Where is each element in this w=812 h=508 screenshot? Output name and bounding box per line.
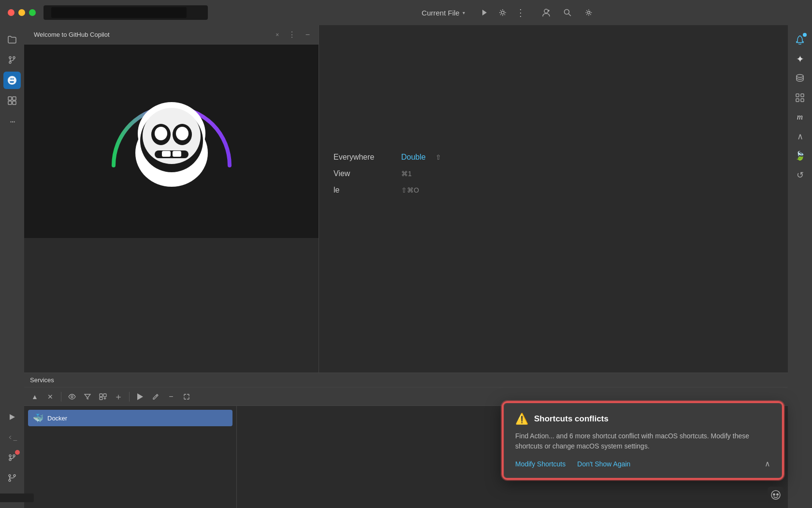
svg-point-33 (155, 127, 167, 140)
run-button[interactable] (478, 6, 491, 19)
copilot-status-icon[interactable] (768, 487, 784, 503)
traffic-lights (8, 9, 36, 16)
menu-item-everywhere: Everywhere Double ⇧ (334, 151, 773, 164)
minimize-button[interactable] (18, 9, 25, 16)
sidebar-item-more[interactable]: ··· (3, 112, 21, 130)
svg-point-22 (797, 75, 803, 77)
services-header: Services (24, 373, 788, 388)
panel-tab-copilot[interactable]: Welcome to GitHub Copilot (30, 25, 114, 44)
editor-panel: Everywhere Double ⇧ View ⌘1 le ⇧⌘O (319, 25, 788, 373)
copilot-welcome-panel: Welcome to GitHub Copilot × ⋮ − (24, 25, 319, 373)
services-close-btn[interactable]: ✕ (44, 390, 57, 403)
menu-item-keys-everywhere: ⇧ (435, 153, 441, 161)
project-name-redacted (51, 7, 187, 18)
notification-header: ⚠️ Shortcuts conflicts (515, 413, 770, 425)
extensions-icon[interactable] (791, 89, 809, 106)
close-button[interactable] (8, 9, 14, 16)
services-edit-btn[interactable] (149, 390, 162, 403)
notification-title: Shortcuts conflicts (534, 414, 609, 424)
svg-point-5 (564, 10, 569, 15)
services-expand-btn[interactable] (180, 390, 193, 403)
menu-item-keys-view: ⌘1 (401, 170, 412, 178)
sidebar-item-run-panel[interactable] (3, 408, 21, 426)
svg-point-9 (9, 61, 11, 63)
sidebar-item-source-control[interactable] (3, 51, 21, 69)
lambda-icon[interactable]: ∧ (791, 128, 809, 145)
panel-menu-button[interactable]: ⋮ (285, 29, 299, 40)
current-file-label: Current File (421, 9, 459, 17)
svg-rect-36 (162, 151, 171, 157)
svg-point-16 (9, 455, 11, 457)
sidebar-item-copilot[interactable] (3, 72, 21, 89)
more-options-button[interactable]: ⋮ (514, 6, 528, 19)
panel-close-button[interactable]: × (274, 31, 281, 39)
left-sidebar: ··· ﹤_ (0, 25, 24, 508)
services-title: Services (30, 376, 54, 384)
svg-point-10 (13, 57, 15, 59)
panel-minimize-button[interactable]: − (303, 30, 313, 40)
svg-rect-37 (173, 151, 181, 157)
modify-shortcuts-link[interactable]: Modify Shortcuts (515, 460, 566, 468)
leaf-icon[interactable]: 🍃 (791, 147, 809, 164)
services-list: 🐳 Docker (24, 406, 237, 508)
settings-icon[interactable] (582, 6, 595, 19)
svg-rect-35 (155, 150, 188, 158)
svg-point-46 (773, 493, 775, 496)
notifications-icon[interactable] (791, 31, 809, 48)
project-name (44, 5, 208, 20)
panel-header: Welcome to GitHub Copilot × ⋮ − (24, 25, 319, 45)
services-toolbar-view: ＋ (65, 390, 125, 403)
sidebar-item-git[interactable] (3, 449, 21, 466)
svg-point-1 (501, 11, 504, 14)
svg-marker-15 (10, 414, 15, 420)
dont-show-again-link[interactable]: Don't Show Again (577, 460, 630, 468)
svg-point-20 (14, 475, 15, 477)
services-collapse-btn[interactable]: ▲ (28, 390, 42, 403)
services-delete-btn[interactable]: − (164, 390, 178, 403)
database-icon[interactable] (791, 70, 809, 87)
services-add-btn[interactable]: ＋ (112, 390, 125, 403)
sidebar-item-extensions[interactable] (3, 92, 21, 109)
menu-item-le: le ⇧⌘O (334, 184, 773, 196)
svg-point-21 (9, 479, 11, 481)
svg-marker-0 (482, 10, 487, 15)
services-new-btn[interactable] (96, 390, 110, 403)
svg-point-47 (776, 493, 779, 496)
services-run-btn[interactable] (133, 390, 147, 403)
shortcuts-conflict-notification: ⚠️ Shortcuts conflicts Find Action... an… (503, 402, 783, 479)
current-file-button[interactable]: Current File ▾ (417, 7, 469, 19)
editor-content: Everywhere Double ⇧ View ⌘1 le ⇧⌘O (319, 25, 788, 373)
svg-rect-39 (100, 394, 102, 397)
maximize-button[interactable] (29, 9, 36, 16)
menu-item-name-view: View (334, 169, 392, 178)
sidebar-item-terminal[interactable]: ﹤_ (3, 429, 21, 446)
docker-label: Docker (47, 415, 67, 422)
panel-tab-menu: × ⋮ − (274, 29, 313, 40)
svg-rect-23 (796, 94, 799, 97)
svg-rect-14 (13, 101, 16, 105)
history-icon[interactable]: ↺ (791, 166, 809, 184)
svg-point-38 (71, 396, 73, 398)
add-account-icon[interactable] (539, 6, 553, 19)
svg-rect-12 (13, 97, 16, 100)
sparkle-icon[interactable]: ✦ (791, 50, 809, 68)
docker-service-item[interactable]: 🐳 Docker (28, 410, 232, 426)
services-eye-btn[interactable] (65, 390, 79, 403)
merge-m-icon[interactable]: m (791, 108, 809, 126)
menu-item-name-everywhere: Everywhere (334, 153, 392, 162)
svg-rect-40 (103, 394, 106, 397)
notification-collapse-button[interactable]: ∧ (765, 459, 770, 468)
chevron-down-icon: ▾ (463, 10, 465, 15)
sidebar-item-branches[interactable] (3, 469, 21, 487)
search-icon[interactable] (561, 6, 574, 19)
copilot-hero-image (24, 45, 319, 238)
svg-line-6 (568, 14, 571, 16)
services-filter-btn[interactable] (81, 390, 94, 403)
docker-icon: 🐳 (33, 413, 44, 423)
run-settings-icon[interactable] (496, 6, 509, 19)
sidebar-item-folder[interactable] (3, 31, 21, 48)
svg-point-18 (13, 455, 15, 457)
copilot-logo (99, 69, 244, 214)
copilot-mascot-svg (128, 95, 215, 192)
right-sidebar: ✦ m ∧ 🍃 ↺ (788, 25, 812, 508)
